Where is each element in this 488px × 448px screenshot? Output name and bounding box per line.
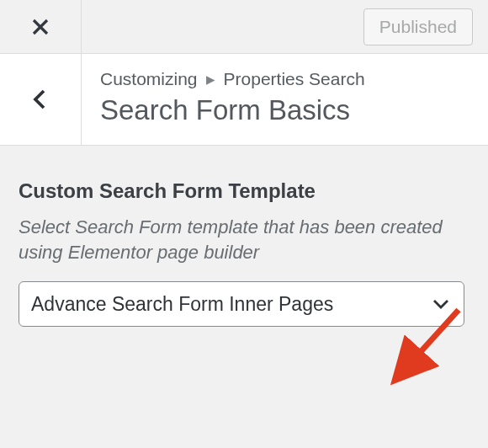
header-text: Customizing ▸ Properties Search Search F… <box>82 54 488 145</box>
breadcrumb-section: Properties Search <box>224 69 365 89</box>
breadcrumb-separator-icon: ▸ <box>206 69 215 89</box>
page-title: Search Form Basics <box>100 94 469 126</box>
select-value: Advance Search Form Inner Pages <box>31 293 333 316</box>
chevron-left-icon <box>32 88 49 111</box>
close-icon <box>30 17 50 37</box>
published-button[interactable]: Published <box>363 8 473 45</box>
top-bar-right: Published <box>82 0 488 53</box>
content: Custom Search Form Template Select Searc… <box>0 146 488 345</box>
control-label: Custom Search Form Template <box>19 179 469 203</box>
header: Customizing ▸ Properties Search Search F… <box>0 54 488 146</box>
breadcrumb: Customizing ▸ Properties Search <box>100 69 469 89</box>
chevron-down-icon <box>432 297 450 311</box>
top-bar: Published <box>0 0 488 54</box>
back-button[interactable] <box>0 54 82 145</box>
close-button[interactable] <box>0 0 82 53</box>
control-description: Select Search Form template that has bee… <box>19 215 469 264</box>
breadcrumb-root: Customizing <box>100 69 198 89</box>
template-select[interactable]: Advance Search Form Inner Pages <box>19 281 464 327</box>
